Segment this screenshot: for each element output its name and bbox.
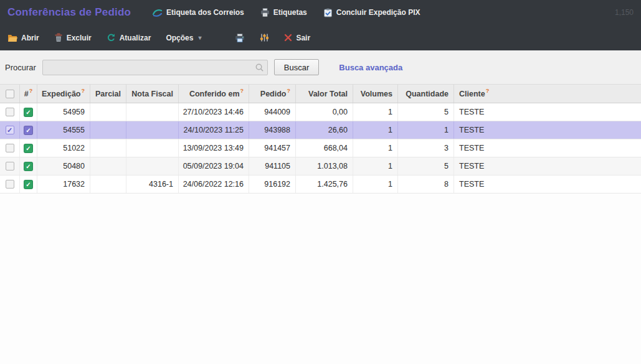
search-box bbox=[42, 60, 268, 75]
table-row[interactable]: ✓5102213/09/2023 13:49941457668,0413TEST… bbox=[0, 139, 641, 157]
column-header-cliente[interactable]: Cliente? bbox=[454, 85, 641, 103]
busca-avancada-link[interactable]: Busca avançada bbox=[339, 63, 402, 72]
cell-parcial bbox=[90, 175, 126, 193]
table-row[interactable]: ✓✓5455524/10/2023 11:2594398826,6011TEST… bbox=[0, 121, 641, 139]
column-header-valor_total[interactable]: Valor Total bbox=[296, 85, 353, 103]
cell-volumes: 1 bbox=[353, 103, 398, 121]
row-checkbox[interactable] bbox=[6, 162, 14, 170]
page-title: Conferências de Pedido bbox=[7, 6, 131, 19]
search-input[interactable] bbox=[42, 60, 268, 75]
button-label: Excluir bbox=[67, 34, 92, 42]
column-hint-mark: ? bbox=[287, 88, 291, 94]
etiqueta-correios-button[interactable]: Etiqueta dos Correios bbox=[152, 8, 244, 17]
correios-icon bbox=[152, 8, 163, 17]
atualizar-button[interactable]: Atualizar bbox=[107, 33, 151, 42]
column-header-pedido[interactable]: Pedido? bbox=[249, 85, 296, 103]
cell-cliente: TESTE bbox=[454, 121, 641, 139]
row-checkbox[interactable] bbox=[6, 144, 14, 152]
column-label: Cliente bbox=[459, 90, 485, 98]
table-row[interactable]: ✓176324316-124/06/2022 12:169161921.425,… bbox=[0, 175, 641, 194]
column-header-nota_fiscal[interactable]: Nota Fiscal bbox=[126, 85, 179, 103]
cell-volumes: 1 bbox=[353, 121, 398, 139]
cell-parcial bbox=[90, 139, 126, 157]
conferido-check-icon: ✓ bbox=[24, 144, 33, 153]
cell-pedido: 943988 bbox=[249, 121, 296, 139]
row-select-cell bbox=[0, 139, 20, 157]
column-header-status[interactable]: #? bbox=[20, 85, 37, 103]
orders-table: #?Expedição?ParcialNota FiscalConferido … bbox=[0, 85, 641, 194]
table-header-row: #?Expedição?ParcialNota FiscalConferido … bbox=[0, 85, 641, 103]
button-label: Sair bbox=[296, 34, 310, 42]
row-select-cell: ✓ bbox=[0, 121, 20, 139]
cell-pedido: 944009 bbox=[249, 103, 296, 121]
cell-nota_fiscal: 4316-1 bbox=[126, 175, 179, 193]
cell-parcial bbox=[90, 157, 126, 175]
cell-expedicao: 51022 bbox=[37, 139, 90, 157]
cell-pedido: 916192 bbox=[249, 175, 296, 193]
sair-button[interactable]: Sair bbox=[284, 34, 310, 42]
button-label: Opções bbox=[166, 34, 193, 42]
column-label: Expedição bbox=[42, 90, 81, 98]
buscar-button[interactable]: Buscar bbox=[274, 59, 319, 75]
column-label: Nota Fiscal bbox=[131, 90, 173, 98]
button-label: Atualizar bbox=[120, 34, 151, 42]
settings-icon-button[interactable] bbox=[260, 33, 269, 42]
row-status-cell: ✓ bbox=[20, 103, 37, 121]
abrir-button[interactable]: Abrir bbox=[7, 34, 39, 42]
sliders-icon bbox=[260, 33, 269, 42]
button-label: Concluir Expedição PIX bbox=[336, 8, 420, 17]
cell-cliente: TESTE bbox=[454, 157, 641, 175]
excluir-button[interactable]: Excluir bbox=[54, 33, 92, 42]
column-hint-mark: ? bbox=[486, 88, 490, 94]
select-all-checkbox[interactable] bbox=[6, 90, 14, 98]
cell-cliente: TESTE bbox=[454, 139, 641, 157]
column-header-parcial[interactable]: Parcial bbox=[90, 85, 126, 103]
toolbar: Abrir Excluir Atualizar Opções ▾ bbox=[0, 25, 641, 50]
select-all-header[interactable] bbox=[0, 85, 20, 103]
conferido-check-icon: ✓ bbox=[24, 180, 33, 189]
row-checkbox[interactable] bbox=[6, 108, 14, 116]
cell-nota_fiscal bbox=[126, 103, 179, 121]
cell-conferido_em: 27/10/2023 14:46 bbox=[179, 103, 249, 121]
print-icon-button[interactable] bbox=[235, 34, 245, 42]
button-label: Etiqueta dos Correios bbox=[166, 8, 244, 17]
column-header-conferido_em[interactable]: Conferido em? bbox=[179, 85, 249, 103]
cell-quantidade: 5 bbox=[398, 103, 454, 121]
close-x-icon bbox=[284, 34, 292, 42]
cell-cliente: TESTE bbox=[454, 175, 641, 193]
cell-expedicao: 50480 bbox=[37, 157, 90, 175]
table-row[interactable]: ✓5048005/09/2023 19:049411051.013,0815TE… bbox=[0, 157, 641, 175]
cell-nota_fiscal bbox=[126, 157, 179, 175]
row-status-cell: ✓ bbox=[20, 157, 37, 175]
column-label: Quantidade bbox=[406, 90, 449, 98]
conferido-check-icon: ✓ bbox=[24, 162, 33, 171]
cell-expedicao: 17632 bbox=[37, 175, 90, 193]
search-bar: Procurar Buscar Busca avançada bbox=[0, 50, 641, 85]
cell-expedicao: 54555 bbox=[37, 121, 90, 139]
cell-volumes: 1 bbox=[353, 175, 398, 193]
cell-quantidade: 3 bbox=[398, 139, 454, 157]
cell-conferido_em: 13/09/2023 13:49 bbox=[179, 139, 249, 157]
titlebar-buttons: Etiqueta dos Correios Etiquetas bbox=[152, 8, 420, 17]
cell-expedicao: 54959 bbox=[37, 103, 90, 121]
row-status-cell: ✓ bbox=[20, 121, 37, 139]
concluir-expedicao-pix-button[interactable]: Concluir Expedição PIX bbox=[323, 8, 420, 17]
column-header-expedicao[interactable]: Expedição? bbox=[37, 85, 90, 103]
column-header-quantidade[interactable]: Quantidade bbox=[398, 85, 454, 103]
table-row[interactable]: ✓5495927/10/2023 14:469440090,0015TESTE bbox=[0, 103, 641, 121]
column-header-volumes[interactable]: Volumes bbox=[353, 85, 398, 103]
cell-valor_total: 0,00 bbox=[296, 103, 353, 121]
printer-icon bbox=[260, 8, 270, 17]
row-checkbox[interactable] bbox=[6, 180, 14, 189]
etiquetas-button[interactable]: Etiquetas bbox=[260, 8, 307, 17]
column-label: Valor Total bbox=[308, 90, 348, 98]
cell-parcial bbox=[90, 103, 126, 121]
cell-valor_total: 1.425,76 bbox=[296, 175, 353, 193]
row-checkbox[interactable]: ✓ bbox=[6, 126, 14, 134]
cell-nota_fiscal bbox=[126, 121, 179, 139]
cell-cliente: TESTE bbox=[454, 103, 641, 121]
cell-valor_total: 668,04 bbox=[296, 139, 353, 157]
chevron-down-icon: ▾ bbox=[198, 34, 201, 41]
cell-volumes: 1 bbox=[353, 139, 398, 157]
opcoes-menu-button[interactable]: Opções ▾ bbox=[166, 34, 201, 42]
